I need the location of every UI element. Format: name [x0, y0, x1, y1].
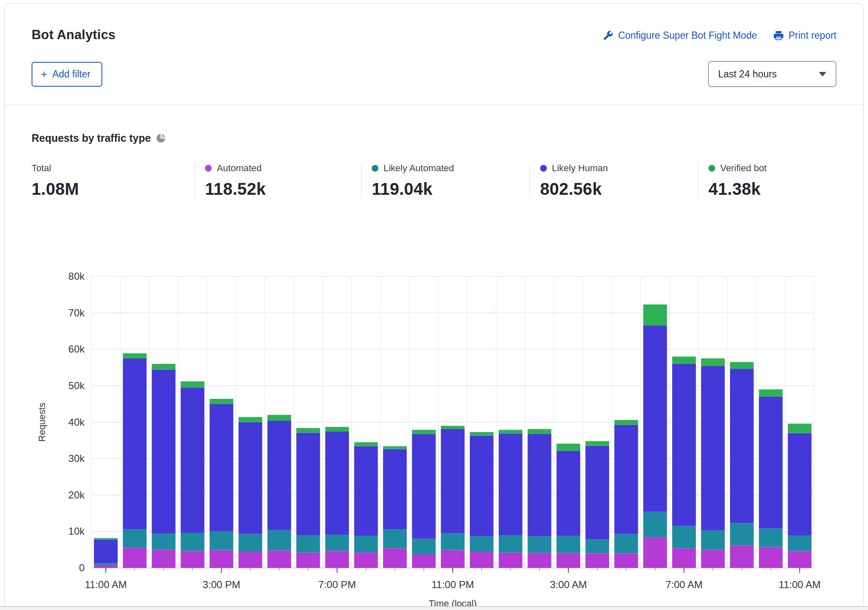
bar-segment-likely-automated[interactable] [296, 535, 320, 553]
add-filter-button[interactable]: + Add filter [32, 62, 102, 87]
bar-segment-automated[interactable] [672, 548, 696, 568]
bar-segment-automated[interactable] [181, 551, 204, 568]
bar-segment-likely-automated[interactable] [614, 534, 638, 553]
bar-segment-likely-automated[interactable] [123, 529, 146, 548]
bar-segment-automated[interactable] [470, 552, 493, 568]
bar-segment-automated[interactable] [614, 553, 638, 568]
bar-segment-likely-automated[interactable] [412, 539, 436, 554]
bar-segment-verified-bot[interactable] [643, 305, 667, 326]
bar-segment-likely-human[interactable] [556, 451, 580, 536]
bar-segment-verified-bot[interactable] [556, 444, 580, 451]
bar-segment-likely-human[interactable] [788, 433, 812, 535]
bar-segment-likely-automated[interactable] [759, 528, 783, 547]
time-range-dropdown[interactable]: Last 24 hours [708, 61, 836, 87]
bar-segment-verified-bot[interactable] [123, 353, 146, 358]
bar-segment-automated[interactable] [94, 565, 117, 568]
bar-segment-verified-bot[interactable] [441, 426, 464, 429]
bar-segment-automated[interactable] [296, 553, 320, 568]
configure-super-bot-fight-mode-link[interactable]: Configure Super Bot Fight Mode [602, 30, 757, 41]
bar-segment-likely-automated[interactable] [586, 539, 609, 553]
bar-segment-verified-bot[interactable] [412, 430, 436, 434]
bar-segment-likely-human[interactable] [181, 387, 204, 533]
bar-segment-likely-automated[interactable] [210, 531, 233, 550]
bar-segment-automated[interactable] [210, 550, 233, 568]
bar-segment-automated[interactable] [383, 548, 407, 568]
bar-segment-verified-bot[interactable] [152, 364, 176, 370]
bar-segment-verified-bot[interactable] [614, 420, 638, 424]
bar-segment-automated[interactable] [152, 550, 176, 568]
bar-segment-likely-automated[interactable] [152, 534, 176, 550]
bar-segment-likely-human[interactable] [239, 422, 262, 534]
bar-segment-verified-bot[interactable] [181, 381, 204, 387]
bar-segment-likely-human[interactable] [152, 370, 176, 534]
bar-segment-automated[interactable] [527, 553, 551, 568]
bar-segment-likely-automated[interactable] [672, 526, 696, 548]
bar-segment-likely-human[interactable] [123, 358, 146, 529]
bar-segment-likely-human[interactable] [412, 434, 436, 539]
bar-segment-verified-bot[interactable] [383, 446, 407, 449]
bar-segment-verified-bot[interactable] [701, 358, 724, 366]
bar-segment-verified-bot[interactable] [325, 427, 349, 432]
bar-segment-verified-bot[interactable] [527, 429, 551, 434]
bar-segment-verified-bot[interactable] [499, 430, 522, 434]
bar-segment-likely-human[interactable] [383, 449, 407, 530]
bar-segment-verified-bot[interactable] [470, 432, 493, 436]
bar-segment-automated[interactable] [643, 537, 667, 568]
bar-segment-likely-human[interactable] [701, 366, 724, 530]
bar-segment-likely-automated[interactable] [354, 536, 378, 552]
bar-segment-likely-human[interactable] [354, 446, 378, 536]
bar-segment-likely-automated[interactable] [181, 533, 204, 551]
bar-segment-likely-human[interactable] [499, 433, 522, 535]
bar-segment-likely-automated[interactable] [94, 563, 117, 565]
bar-segment-verified-bot[interactable] [672, 357, 696, 364]
bar-segment-likely-automated[interactable] [730, 523, 754, 545]
bar-segment-automated[interactable] [441, 550, 464, 568]
bar-segment-automated[interactable] [354, 552, 378, 568]
bar-segment-likely-automated[interactable] [267, 530, 291, 551]
bar-segment-likely-automated[interactable] [441, 533, 464, 550]
bar-segment-automated[interactable] [556, 553, 580, 568]
bar-segment-automated[interactable] [267, 550, 291, 568]
bar-segment-likely-human[interactable] [267, 421, 291, 530]
bar-segment-automated[interactable] [412, 554, 436, 568]
bar-segment-likely-automated[interactable] [788, 536, 812, 551]
bar-segment-likely-automated[interactable] [643, 512, 667, 538]
bar-segment-likely-automated[interactable] [470, 536, 493, 552]
bar-segment-likely-human[interactable] [759, 397, 783, 529]
bar-segment-automated[interactable] [586, 553, 609, 568]
bar-segment-automated[interactable] [239, 552, 262, 568]
bar-segment-verified-bot[interactable] [354, 442, 378, 446]
bar-segment-likely-human[interactable] [586, 446, 609, 540]
bar-segment-likely-automated[interactable] [556, 536, 580, 553]
bar-segment-verified-bot[interactable] [94, 538, 117, 539]
bar-segment-likely-human[interactable] [441, 429, 464, 533]
bar-segment-verified-bot[interactable] [267, 415, 291, 421]
bar-segment-verified-bot[interactable] [586, 441, 609, 446]
bar-segment-likely-human[interactable] [730, 369, 754, 523]
bar-segment-automated[interactable] [788, 551, 812, 568]
bar-segment-likely-automated[interactable] [239, 534, 262, 552]
bar-segment-automated[interactable] [701, 550, 724, 568]
bar-segment-likely-automated[interactable] [499, 535, 522, 553]
bar-segment-likely-human[interactable] [296, 433, 320, 535]
bar-segment-likely-human[interactable] [210, 404, 233, 531]
bar-segment-likely-automated[interactable] [527, 536, 551, 553]
bar-segment-likely-human[interactable] [614, 425, 638, 534]
bar-segment-likely-automated[interactable] [383, 529, 407, 548]
bar-segment-likely-human[interactable] [325, 432, 349, 535]
bar-segment-likely-human[interactable] [94, 539, 117, 563]
bar-segment-likely-automated[interactable] [325, 535, 349, 551]
bar-segment-automated[interactable] [123, 548, 146, 568]
bar-segment-likely-automated[interactable] [701, 530, 724, 550]
bar-segment-likely-human[interactable] [672, 364, 696, 526]
bar-segment-verified-bot[interactable] [239, 417, 262, 422]
bar-segment-verified-bot[interactable] [730, 362, 754, 369]
bar-segment-automated[interactable] [499, 553, 522, 568]
bar-segment-likely-human[interactable] [470, 436, 493, 536]
bar-segment-likely-human[interactable] [643, 326, 667, 512]
bar-segment-verified-bot[interactable] [296, 428, 320, 432]
bar-segment-verified-bot[interactable] [759, 390, 783, 397]
bar-segment-automated[interactable] [730, 545, 754, 568]
bar-segment-automated[interactable] [759, 547, 783, 568]
bar-segment-verified-bot[interactable] [210, 399, 233, 404]
